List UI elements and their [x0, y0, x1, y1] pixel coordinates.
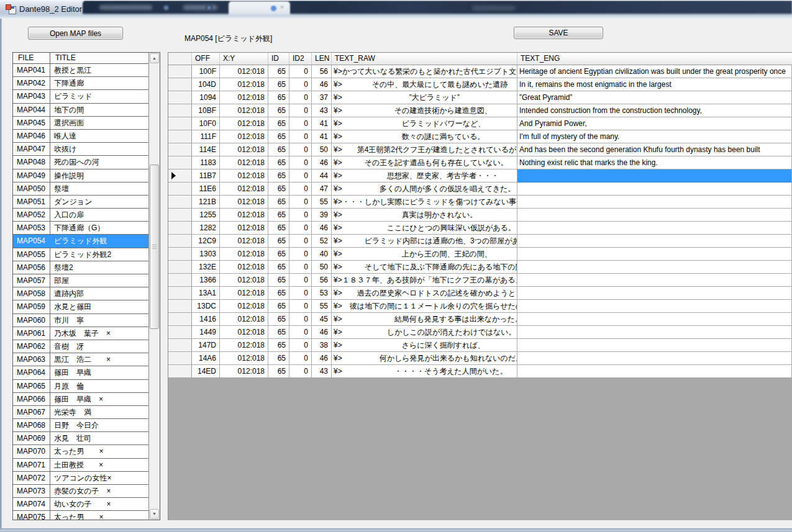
- cell-text-raw[interactable]: ¥> 結局何も発見する事は出来なかった。: [332, 313, 517, 326]
- row-header-cell[interactable]: [168, 209, 192, 222]
- cell-xy[interactable]: 012:018: [220, 339, 268, 352]
- table-row[interactable]: 11E6 012:018 65 0 47 ¥> 多くの人間が多くの仮説を唱えてき…: [168, 183, 792, 196]
- cell-id2[interactable]: 0: [289, 104, 312, 117]
- cell-xy[interactable]: 012:018: [220, 196, 268, 209]
- list-item[interactable]: MAP041 教授と黒江: [13, 64, 149, 77]
- list-item[interactable]: MAP073 赤髪の女の子 ×: [13, 485, 149, 498]
- cell-off[interactable]: 12C9: [192, 235, 220, 248]
- list-item-title[interactable]: 唯人達: [50, 130, 149, 143]
- list-item-file[interactable]: MAP075: [13, 511, 50, 520]
- list-item[interactable]: MAP059 水見と篠田: [13, 300, 149, 313]
- list-item-title[interactable]: 月原 倫: [50, 380, 149, 393]
- list-item-title[interactable]: ダンジョン: [50, 196, 149, 209]
- cell-xy[interactable]: 012:018: [220, 143, 268, 156]
- cell-text-eng[interactable]: [517, 365, 792, 378]
- cell-off[interactable]: 10BF: [192, 104, 220, 117]
- cell-text-raw[interactable]: ¥> ピラミッドパワーなど、: [332, 117, 517, 130]
- list-item-file[interactable]: MAP054: [13, 235, 50, 248]
- list-item[interactable]: MAP042 下降通廊: [13, 77, 149, 90]
- table-row[interactable]: 12C9 012:018 65 0 52 ¥> ピラミッド内部には通廊の他、3つ…: [168, 235, 792, 248]
- cell-text-raw[interactable]: ¥> さらに深く掘削すれば、: [332, 339, 517, 352]
- cell-id[interactable]: 65: [268, 365, 289, 378]
- cell-id[interactable]: 65: [268, 183, 289, 196]
- cell-len[interactable]: 50: [312, 261, 332, 274]
- list-item-file[interactable]: MAP070: [13, 445, 50, 458]
- cell-id2[interactable]: 0: [289, 235, 312, 248]
- cell-text-eng[interactable]: [517, 313, 792, 326]
- scrollbar-thumb[interactable]: [150, 165, 159, 329]
- cell-len[interactable]: 53: [312, 287, 332, 300]
- cell-id[interactable]: 65: [268, 222, 289, 235]
- cell-text-eng[interactable]: In it, remains the most enigmatic in the…: [517, 78, 792, 91]
- cell-text-eng[interactable]: [517, 274, 792, 287]
- list-item-file[interactable]: MAP041: [13, 64, 50, 77]
- cell-xy[interactable]: 012:018: [220, 91, 268, 104]
- cell-text-raw[interactable]: ¥> 過去の歴史家ヘロドトスの記述を確かめようとした。: [332, 287, 517, 300]
- row-header-cell[interactable]: [168, 156, 192, 169]
- list-item[interactable]: MAP056 祭壇2: [13, 261, 149, 274]
- list-item-file[interactable]: MAP053: [13, 222, 50, 235]
- list-item-file[interactable]: MAP051: [13, 196, 50, 209]
- cell-xy[interactable]: 012:018: [220, 65, 268, 78]
- list-item[interactable]: MAP044 地下の間: [13, 104, 149, 117]
- table-row[interactable]: 121B 012:018 65 0 55 ¥>・・・しかし実際にピラミッドを傷つ…: [168, 196, 792, 209]
- row-header-cell[interactable]: [168, 313, 192, 326]
- list-item-title[interactable]: 吹抜け: [50, 143, 149, 156]
- row-header-cell[interactable]: [168, 143, 192, 156]
- list-item[interactable]: MAP075 太った男 ×: [13, 511, 149, 520]
- cell-id[interactable]: 65: [268, 78, 289, 91]
- list-item[interactable]: MAP046 唯人達: [13, 130, 149, 143]
- cell-text-eng[interactable]: Intended construction from the construct…: [517, 104, 792, 117]
- cell-id[interactable]: 65: [268, 65, 289, 78]
- cell-len[interactable]: 46: [312, 352, 332, 365]
- list-item-title[interactable]: 遺跡内部: [50, 287, 149, 300]
- list-item-file[interactable]: MAP057: [13, 274, 50, 287]
- list-item-file[interactable]: MAP052: [13, 209, 50, 222]
- cell-off[interactable]: 147D: [192, 339, 220, 352]
- cell-text-raw[interactable]: ¥> そして地下に及ぶ下降通廊の先にある地下の間。: [332, 261, 517, 274]
- list-item-file[interactable]: MAP061: [13, 327, 50, 340]
- list-item-file[interactable]: MAP072: [13, 472, 50, 485]
- list-item[interactable]: MAP049 操作説明: [13, 169, 149, 183]
- table-row[interactable]: 114E 012:018 65 0 50 ¥> 第4王朝第2代クフ王が建造したと…: [168, 143, 792, 156]
- cell-id[interactable]: 65: [268, 274, 289, 287]
- list-item-file[interactable]: MAP050: [13, 183, 50, 196]
- cell-len[interactable]: 47: [312, 183, 332, 196]
- cell-xy[interactable]: 012:018: [220, 104, 268, 117]
- cell-id2[interactable]: 0: [289, 365, 312, 378]
- cell-text-eng[interactable]: [517, 300, 792, 313]
- cell-id[interactable]: 65: [268, 104, 289, 117]
- scroll-up-button[interactable]: ▲: [150, 53, 159, 63]
- cell-id[interactable]: 65: [268, 326, 289, 339]
- table-row[interactable]: 10BF 012:018 65 0 43 ¥> その建造技術から建造意図、 In…: [168, 104, 792, 117]
- cell-xy[interactable]: 012:018: [220, 313, 268, 326]
- list-item-file[interactable]: MAP073: [13, 485, 50, 498]
- cell-id2[interactable]: 0: [289, 130, 312, 143]
- cell-off[interactable]: 10F0: [192, 117, 220, 130]
- file-column-header[interactable]: FILE: [13, 53, 50, 64]
- cell-text-eng[interactable]: [517, 183, 792, 196]
- row-header-cell[interactable]: [168, 300, 192, 313]
- table-row[interactable]: 1366 012:018 65 0 56 ¥>１８３７年、ある技師が「地下にクフ…: [168, 274, 792, 287]
- list-item-title[interactable]: ピラミッド外観: [50, 235, 149, 248]
- cell-text-eng[interactable]: [517, 352, 792, 365]
- cell-off[interactable]: 1255: [192, 209, 220, 222]
- scroll-down-button[interactable]: ▼: [150, 509, 159, 519]
- list-item-title[interactable]: 地下の間: [50, 104, 149, 117]
- list-item[interactable]: MAP045 選択画面: [13, 117, 149, 130]
- cell-id[interactable]: 65: [268, 209, 289, 222]
- list-item[interactable]: MAP047 吹抜け: [13, 143, 149, 156]
- cell-xy[interactable]: 012:018: [220, 261, 268, 274]
- cell-text-eng[interactable]: [517, 209, 792, 222]
- cell-id2[interactable]: 0: [289, 300, 312, 313]
- cell-off[interactable]: 14ED: [192, 365, 220, 378]
- list-item[interactable]: MAP068 日野 今日介: [13, 419, 149, 432]
- list-item-title[interactable]: 太った男 ×: [50, 445, 149, 458]
- text-eng-column-header[interactable]: TEXT_ENG: [517, 53, 792, 65]
- list-item[interactable]: MAP058 遺跡内部: [13, 287, 149, 300]
- list-item[interactable]: MAP050 祭壇: [13, 183, 149, 196]
- list-item[interactable]: MAP065 月原 倫: [13, 380, 149, 393]
- cell-id[interactable]: 65: [268, 156, 289, 169]
- list-item-title[interactable]: ピラミッド: [50, 90, 149, 103]
- cell-text-eng[interactable]: [517, 287, 792, 300]
